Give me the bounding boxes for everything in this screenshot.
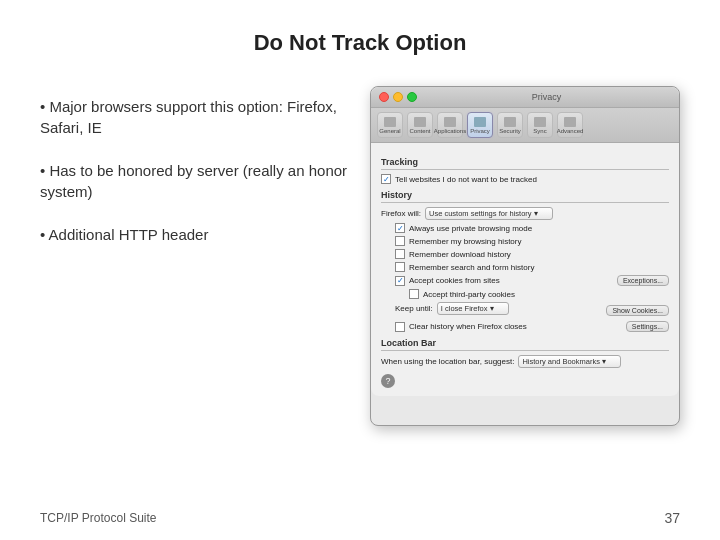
toolbar-advanced[interactable]: Advanced <box>557 112 583 138</box>
show-cookies-button[interactable]: Show Cookies... <box>606 305 669 316</box>
content-area: • Major browsers support this option: Fi… <box>40 86 680 426</box>
close-button[interactable] <box>379 92 389 102</box>
maximize-button[interactable] <box>407 92 417 102</box>
toolbar-privacy[interactable]: Privacy <box>467 112 493 138</box>
footer-right: 37 <box>664 510 680 526</box>
remember-download-row: Remember download history <box>395 249 669 259</box>
accept-cookies-checkbox[interactable] <box>395 276 405 286</box>
remember-history-checkbox[interactable] <box>395 236 405 246</box>
accept-third-party-row: Accept third-party cookies <box>409 289 669 299</box>
slide-title: Do Not Track Option <box>40 30 680 56</box>
footer-left: TCP/IP Protocol Suite <box>40 511 157 525</box>
browser-toolbar: General Content Applications Privacy Sec… <box>371 108 679 143</box>
firefox-history-select[interactable]: Use custom settings for history ▾ <box>425 207 553 220</box>
bullet-item-2: • Has to be honored by server (really an… <box>40 160 350 202</box>
clear-history-label: Clear history when Firefox closes <box>409 322 527 331</box>
firefox-with-row: Firefox will: Use custom settings for hi… <box>381 207 669 220</box>
keep-until-row: Keep until: I close Firefox ▾ Show Cooki… <box>381 302 669 318</box>
toolbar-general[interactable]: General <box>377 112 403 138</box>
bullet-points: • Major browsers support this option: Fi… <box>40 86 350 267</box>
traffic-lights <box>379 92 417 102</box>
clear-history-checkbox[interactable] <box>395 322 405 332</box>
settings-button[interactable]: Settings... <box>626 321 669 332</box>
keep-until-inner: Keep until: I close Firefox ▾ <box>381 302 606 315</box>
keep-until-select[interactable]: I close Firefox ▾ <box>437 302 509 315</box>
minimize-button[interactable] <box>393 92 403 102</box>
toolbar-sync[interactable]: Sync <box>527 112 553 138</box>
footer: TCP/IP Protocol Suite 37 <box>40 510 680 526</box>
accept-third-party-label: Accept third-party cookies <box>423 290 515 299</box>
accept-cookies-label: Accept cookies from sites <box>409 276 500 285</box>
accept-third-party-checkbox[interactable] <box>409 289 419 299</box>
tracking-checkbox-row: Tell websites I do not want to be tracke… <box>381 174 669 184</box>
history-section-label: History <box>381 190 669 203</box>
remember-history-label: Remember my browsing history <box>409 237 521 246</box>
tracking-checkbox-label: Tell websites I do not want to be tracke… <box>395 175 537 184</box>
remember-history-row: Remember my browsing history <box>395 236 669 246</box>
dialog-content: Tracking Tell websites I do not want to … <box>371 143 679 396</box>
remember-search-label: Remember search and form history <box>409 263 534 272</box>
location-label: When using the location bar, suggest: <box>381 357 514 366</box>
remember-search-row: Remember search and form history <box>395 262 669 272</box>
toolbar-tabs[interactable]: Content <box>407 112 433 138</box>
location-select[interactable]: History and Bookmarks ▾ <box>518 355 621 368</box>
browser-window: Privacy General Content Applications <box>370 86 680 426</box>
remember-download-label: Remember download history <box>409 250 511 259</box>
location-section-label: Location Bar <box>381 338 669 351</box>
tracking-checkbox[interactable] <box>381 174 391 184</box>
location-row: When using the location bar, suggest: Hi… <box>381 355 669 368</box>
clear-history-inner: Clear history when Firefox closes <box>395 322 626 332</box>
bullet-item-1: • Major browsers support this option: Fi… <box>40 96 350 138</box>
slide-container: Do Not Track Option • Major browsers sup… <box>0 0 720 540</box>
keep-until-label: Keep until: <box>395 304 433 313</box>
remember-search-checkbox[interactable] <box>395 262 405 272</box>
always-private-row: Always use private browsing mode <box>395 223 669 233</box>
bullet-item-3: • Additional HTTP header <box>40 224 350 245</box>
window-title: Privacy <box>422 92 671 102</box>
toolbar-applications[interactable]: Applications <box>437 112 463 138</box>
title-bar: Privacy <box>371 87 679 108</box>
tracking-section-label: Tracking <box>381 157 669 170</box>
exceptions-button[interactable]: Exceptions... <box>617 275 669 286</box>
help-button[interactable]: ? <box>381 374 395 388</box>
always-private-checkbox[interactable] <box>395 223 405 233</box>
toolbar-security[interactable]: Security <box>497 112 523 138</box>
accept-cookies-inner: Accept cookies from sites <box>395 276 617 286</box>
always-private-label: Always use private browsing mode <box>409 224 532 233</box>
clear-history-row: Clear history when Firefox closes Settin… <box>381 321 669 332</box>
accept-cookies-row: Accept cookies from sites Exceptions... <box>381 275 669 286</box>
firefox-with-label: Firefox will: <box>381 209 421 218</box>
remember-download-checkbox[interactable] <box>395 249 405 259</box>
